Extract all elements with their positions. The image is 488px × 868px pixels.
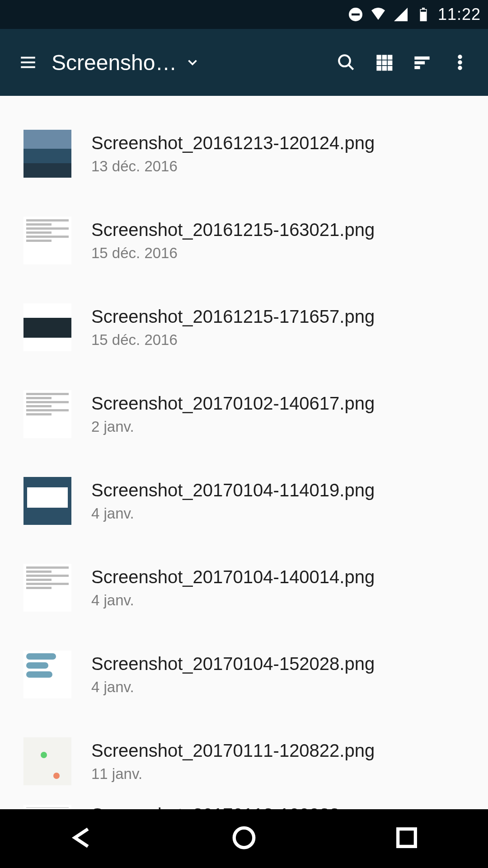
svg-rect-7 <box>383 55 387 59</box>
file-date: 4 janv. <box>91 505 375 522</box>
file-name: Screenshot_20170102-140617.png <box>91 393 375 414</box>
file-thumbnail <box>23 564 71 612</box>
nav-bar <box>0 809 488 868</box>
signal-icon <box>393 6 409 23</box>
recents-button[interactable] <box>394 825 420 853</box>
file-date: 15 déc. 2016 <box>91 245 375 262</box>
svg-rect-9 <box>377 61 381 65</box>
file-date: 11 janv. <box>91 765 375 783</box>
search-button[interactable] <box>327 29 365 96</box>
svg-rect-14 <box>388 66 392 71</box>
list-item[interactable]: Screenshot_20170112-100922.png12 janv. <box>0 805 488 809</box>
list-item[interactable]: Screenshot_20170102-140617.png2 janv. <box>0 371 488 458</box>
svg-rect-6 <box>377 55 381 59</box>
svg-rect-3 <box>422 8 425 10</box>
status-time: 11:22 <box>438 5 481 24</box>
file-name: Screenshot_20161213-120124.png <box>91 133 375 153</box>
file-name: Screenshot_20170104-152028.png <box>91 654 375 674</box>
file-thumbnail <box>23 737 71 785</box>
svg-rect-12 <box>377 66 381 71</box>
svg-rect-4 <box>421 10 426 12</box>
list-item[interactable]: Screenshot_20161215-171657.png15 déc. 20… <box>0 284 488 371</box>
svg-point-19 <box>458 61 462 64</box>
overflow-button[interactable] <box>441 29 479 96</box>
file-thumbnail <box>23 390 71 438</box>
menu-button[interactable] <box>9 29 47 96</box>
chevron-down-icon <box>185 55 200 70</box>
svg-point-5 <box>339 55 350 66</box>
svg-point-18 <box>458 55 462 59</box>
list-item[interactable]: Screenshot_20170111-120822.png11 janv. <box>0 718 488 805</box>
svg-rect-11 <box>388 61 392 65</box>
svg-rect-10 <box>383 61 387 65</box>
svg-point-20 <box>458 66 462 70</box>
file-thumbnail <box>23 805 71 809</box>
list-item[interactable]: Screenshot_20161215-163021.png15 déc. 20… <box>0 197 488 284</box>
file-name: Screenshot_20170104-140014.png <box>91 567 375 587</box>
wifi-icon <box>370 6 386 23</box>
svg-rect-16 <box>415 61 424 64</box>
list-item[interactable]: Screenshot_20170104-152028.png4 janv. <box>0 631 488 718</box>
svg-rect-1 <box>352 14 360 16</box>
search-icon <box>337 53 356 72</box>
minus-circle-icon <box>347 6 364 23</box>
file-name: Screenshot_20170112-100922.png <box>91 805 375 809</box>
page-title: Screensho… <box>52 50 177 75</box>
battery-icon <box>415 6 432 23</box>
file-thumbnail <box>23 303 71 351</box>
status-bar: 11:22 <box>0 0 488 29</box>
back-button[interactable] <box>68 825 94 853</box>
file-date: 15 déc. 2016 <box>91 331 375 349</box>
svg-rect-8 <box>388 55 392 59</box>
more-vert-icon <box>450 53 469 72</box>
sort-button[interactable] <box>403 29 441 96</box>
file-thumbnail <box>23 217 71 264</box>
file-name: Screenshot_20161215-171657.png <box>91 307 375 327</box>
file-thumbnail <box>23 477 71 525</box>
view-grid-button[interactable] <box>365 29 403 96</box>
folder-dropdown[interactable] <box>177 55 208 70</box>
file-date: 2 janv. <box>91 418 375 435</box>
file-thumbnail <box>23 130 71 178</box>
sort-icon <box>413 53 432 72</box>
grid-icon <box>375 53 394 72</box>
home-button[interactable] <box>231 825 257 853</box>
file-date: 4 janv. <box>91 679 375 696</box>
svg-rect-17 <box>415 66 420 69</box>
svg-rect-13 <box>383 66 387 71</box>
svg-rect-22 <box>398 829 416 847</box>
file-thumbnail <box>23 651 71 698</box>
back-icon <box>68 825 94 851</box>
file-name: Screenshot_20170111-120822.png <box>91 741 375 761</box>
file-date: 4 janv. <box>91 592 375 609</box>
file-name: Screenshot_20170104-114019.png <box>91 480 375 500</box>
home-icon <box>231 825 257 851</box>
svg-rect-15 <box>415 57 429 59</box>
app-bar: Screensho… <box>0 29 488 96</box>
list-item[interactable]: Screenshot_20161213-120124.png13 déc. 20… <box>0 110 488 197</box>
file-name: Screenshot_20161215-163021.png <box>91 220 375 240</box>
list-item[interactable]: Screenshot_20170104-114019.png4 janv. <box>0 458 488 544</box>
hamburger-icon <box>19 53 38 72</box>
list-item[interactable]: Screenshot_20170104-140014.png4 janv. <box>0 544 488 631</box>
recents-icon <box>394 825 420 851</box>
svg-point-21 <box>234 828 254 848</box>
file-date: 13 déc. 2016 <box>91 158 375 175</box>
file-list: Screenshot_20161213-120124.png13 déc. 20… <box>0 96 488 809</box>
